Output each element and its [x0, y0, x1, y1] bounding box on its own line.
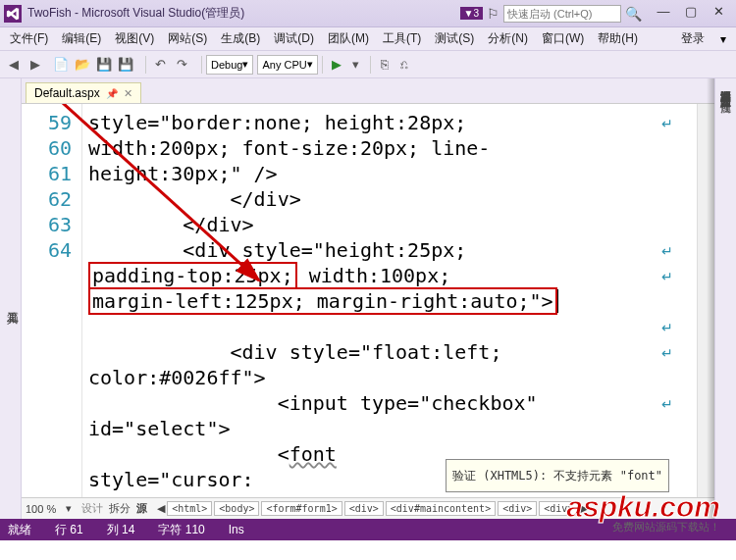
- code-line: padding-top:25px; width:100px;: [88, 263, 697, 288]
- breadcrumb-item[interactable]: <html>: [167, 501, 212, 516]
- menu-window[interactable]: 窗口(W): [536, 28, 590, 49]
- code-line: id="select">: [88, 416, 697, 441]
- menu-view[interactable]: 视图(V): [109, 28, 160, 49]
- code-line: color:#0026ff">: [88, 365, 697, 390]
- code-line: </div>: [88, 212, 697, 237]
- menu-file[interactable]: 文件(F): [4, 28, 54, 49]
- breadcrumb-item[interactable]: <div#maincontent>: [386, 501, 496, 516]
- code-line: height:30px;" />: [88, 161, 697, 186]
- user-dropdown-icon[interactable]: ▾: [714, 30, 732, 48]
- window-title: TwoFish - Microsoft Visual Studio(管理员): [27, 5, 460, 22]
- document-tab-row: Default.aspx 📌 ✕: [22, 78, 714, 104]
- menu-analyze[interactable]: 分析(N): [482, 28, 534, 49]
- back-button[interactable]: ◀: [4, 55, 24, 75]
- menu-team[interactable]: 团队(M): [322, 28, 375, 49]
- code-line: <div style="float:left;: [88, 339, 697, 365]
- menu-website[interactable]: 网站(S): [162, 28, 213, 49]
- return-glyph-icon: ↵: [661, 112, 673, 137]
- menu-bar: 文件(F) 编辑(E) 视图(V) 网站(S) 生成(B) 调试(D) 团队(M…: [0, 27, 736, 51]
- return-glyph-icon: ↵: [661, 239, 673, 265]
- highlight-box-1: padding-top:25px;: [88, 262, 297, 289]
- menu-edit[interactable]: 编辑(E): [56, 28, 107, 49]
- new-project-icon[interactable]: 📄: [51, 55, 71, 75]
- right-panel-tabs: 解决方案资源管理器 团队资源管理器 属性: [714, 78, 736, 519]
- document-tab-default-aspx[interactable]: Default.aspx 📌 ✕: [26, 82, 141, 103]
- menu-test[interactable]: 测试(S): [429, 28, 480, 49]
- code-line: <input type="checkbox": [88, 390, 697, 416]
- feedback-flag-icon[interactable]: ⚐: [487, 6, 499, 22]
- breadcrumb-item[interactable]: <body>: [214, 501, 259, 516]
- main-toolbar: ◀ ▶ 📄 📂 💾 💾 ↶ ↷ Debug ▾ Any CPU ▾ ▶ ▾ ⎘ …: [0, 51, 736, 78]
- vertical-scrollbar[interactable]: [697, 104, 714, 497]
- breadcrumb-prev-icon[interactable]: ◀: [157, 502, 165, 515]
- menu-tools[interactable]: 工具(T): [377, 28, 427, 49]
- watermark-logo: aspku.com 免费网站源码下载站！: [566, 490, 720, 535]
- return-glyph-icon: ↵: [661, 265, 673, 290]
- return-glyph-icon: ↵: [661, 341, 673, 367]
- platform-dropdown[interactable]: Any CPU ▾: [257, 55, 317, 75]
- code-line: style="border:none; height:28px;: [88, 110, 697, 135]
- save-icon[interactable]: 💾: [94, 55, 114, 75]
- view-split[interactable]: 拆分: [109, 501, 131, 516]
- search-icon[interactable]: 🔍: [625, 6, 642, 22]
- forward-button[interactable]: ▶: [26, 55, 45, 75]
- code-line: width:200px; font-size:20px; line-: [88, 135, 697, 161]
- pin-icon[interactable]: 📌: [106, 88, 118, 99]
- zoom-dropdown-icon[interactable]: ▾: [66, 502, 72, 515]
- vs-logo: [4, 5, 22, 23]
- title-bar: TwoFish - Microsoft Visual Studio(管理员) ▼…: [0, 0, 736, 27]
- status-ready: 就绪: [8, 522, 31, 538]
- sign-in-link[interactable]: 登录: [673, 28, 712, 49]
- breadcrumb-item[interactable]: <div>: [498, 501, 537, 516]
- code-line: </div>: [88, 186, 697, 212]
- return-glyph-icon: ↵: [661, 316, 673, 341]
- line-number-gutter: 596061 6263 64: [22, 104, 82, 497]
- tab-close-icon[interactable]: ✕: [124, 87, 132, 100]
- save-all-icon[interactable]: 💾: [116, 55, 135, 75]
- notification-badge[interactable]: ▼3: [460, 7, 483, 20]
- menu-help[interactable]: 帮助(H): [592, 28, 644, 49]
- toolbox-panel-tab[interactable]: 工具箱: [0, 78, 22, 519]
- redo-icon[interactable]: ↷: [172, 55, 191, 75]
- config-dropdown[interactable]: Debug ▾: [206, 55, 253, 75]
- status-ins: Ins: [229, 523, 244, 536]
- tool-icon-1[interactable]: ⎘: [375, 55, 394, 75]
- breadcrumb-item[interactable]: <div>: [344, 501, 384, 516]
- menu-build[interactable]: 生成(B): [215, 28, 266, 49]
- status-line: 行 61: [55, 522, 83, 538]
- code-line: margin-left:125px; margin-right:auto;">: [88, 288, 697, 339]
- view-source[interactable]: 源: [136, 501, 147, 516]
- status-char: 字符 110: [158, 522, 204, 538]
- undo-icon[interactable]: ↶: [150, 55, 170, 75]
- quick-launch-input[interactable]: [503, 5, 621, 23]
- browser-dropdown[interactable]: ▾: [346, 55, 366, 75]
- maximize-button[interactable]: ▢: [677, 4, 705, 24]
- code-editor[interactable]: style="border:none; height:28px; width:2…: [82, 104, 697, 497]
- code-line: <div style="height:25px;: [88, 237, 697, 263]
- tab-label: Default.aspx: [34, 86, 100, 100]
- close-button[interactable]: ✕: [705, 4, 732, 24]
- menu-debug[interactable]: 调试(D): [268, 28, 320, 49]
- validation-tooltip: 验证 (XHTML5): 不支持元素 "font": [446, 459, 669, 492]
- status-col: 列 14: [107, 522, 135, 538]
- minimize-button[interactable]: ―: [650, 4, 677, 24]
- highlight-box-2: margin-left:125px; margin-right:auto;">: [88, 287, 557, 315]
- open-icon[interactable]: 📂: [73, 55, 92, 75]
- breadcrumb-item[interactable]: <form#form1>: [261, 501, 342, 516]
- tool-icon-2[interactable]: ⎌: [394, 55, 414, 75]
- return-glyph-icon: ↵: [661, 392, 673, 418]
- zoom-label[interactable]: 100 %: [26, 503, 56, 515]
- start-debug-button[interactable]: ▶: [327, 55, 346, 75]
- view-design[interactable]: 设计: [81, 501, 103, 516]
